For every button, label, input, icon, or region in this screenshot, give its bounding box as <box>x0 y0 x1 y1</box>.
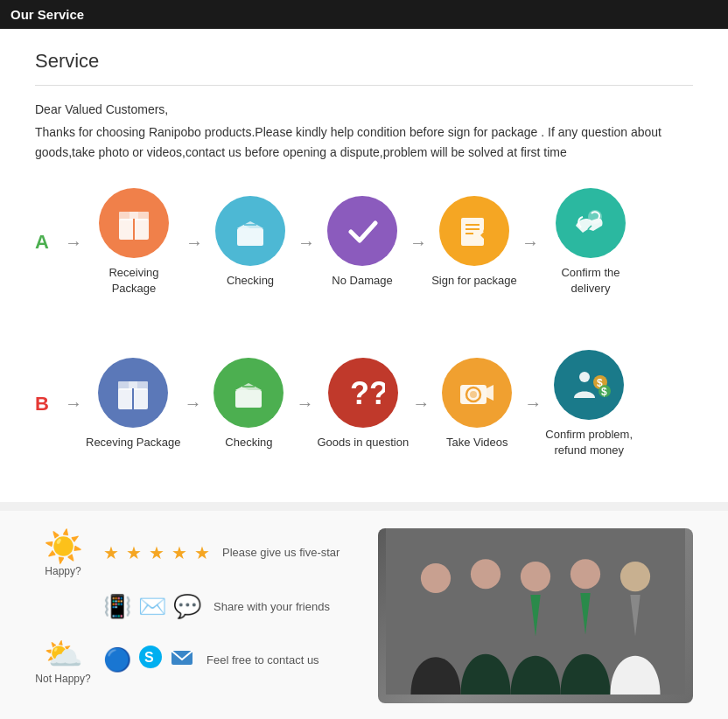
question-icon-b3: ?? <box>341 371 385 415</box>
check-icon-a3 <box>340 209 384 253</box>
header-bar: Our Service <box>0 0 728 29</box>
team-photo <box>378 528 693 703</box>
not-happy-label: Not Happy? <box>35 673 91 685</box>
label-a-2: Checking <box>227 273 274 289</box>
box-icon-b1 <box>111 371 155 415</box>
circle-a-5 <box>556 188 626 258</box>
svg-point-32 <box>521 562 550 591</box>
star-5: ★ <box>194 542 210 563</box>
star-icons: ★ ★ ★ ★ ★ <box>103 542 210 563</box>
open-box-icon-b2 <box>227 371 270 415</box>
sign-icon-a4 <box>452 209 496 253</box>
circle-b-5: $ $ <box>554 350 624 420</box>
label-a-1: Receiving Package <box>86 265 182 297</box>
camera-icon-b4 <box>455 371 499 415</box>
svg-point-21 <box>579 372 590 382</box>
email-svg <box>170 645 194 669</box>
svg-line-9 <box>484 227 486 232</box>
skype-svg: S <box>138 645 163 669</box>
circle-b-4 <box>442 358 512 428</box>
cloud-icon-wrap: ⛅ Not Happy? <box>35 636 91 685</box>
email-share-icon: ✉️ <box>138 593 166 620</box>
flow-a-step-5: Confirm the delivery <box>542 188 639 297</box>
flow-a-step-3: No Damage <box>318 196 406 289</box>
svg-point-31 <box>471 559 500 589</box>
circle-a-1 <box>99 188 169 258</box>
arrow-a-1: → <box>186 233 203 253</box>
circle-a-2 <box>215 196 285 266</box>
label-b-5: Confirm problem,refund money <box>545 427 633 458</box>
not-happy-row: ⛅ Not Happy? 🔵 S <box>35 636 352 685</box>
label-a-3: No Damage <box>332 273 392 289</box>
circle-a-4 <box>439 196 509 266</box>
share-text: Share with your friends <box>214 600 330 613</box>
sun-icon: ☀️ <box>35 528 91 565</box>
main-content: Service Dear Valued Customers, Thanks fo… <box>0 29 728 502</box>
flow-b-row: B → Receving Package → <box>35 341 693 467</box>
label-b-3: Goods in question <box>317 435 409 450</box>
svg-text:S: S <box>144 650 154 665</box>
star-2: ★ <box>126 542 142 563</box>
flow-a-label: A <box>35 231 61 254</box>
open-box-icon-a2 <box>228 209 272 253</box>
skype-icon: 🔵 <box>103 646 131 674</box>
arrow-b-3: → <box>412 394 430 414</box>
skype-s-icon: S <box>138 645 163 675</box>
flow-b-label: B <box>35 393 61 415</box>
bottom-left-content: ☀️ Happy? ★ ★ ★ ★ ★ Please give us five-… <box>35 528 352 703</box>
handshake-icon-a5 <box>569 201 612 245</box>
share-icons: 📳 ✉️ 💬 <box>103 593 201 620</box>
team-svg <box>378 528 693 695</box>
arrow-a-4: → <box>522 233 539 253</box>
email-contact-icon <box>170 645 194 675</box>
svg-marker-20 <box>486 385 494 401</box>
svg-rect-4 <box>237 228 263 246</box>
flow-rows: A → Receiving Package → <box>35 179 693 476</box>
chat-share-icon: 💬 <box>173 593 201 620</box>
sun-icon-wrap: ☀️ Happy? <box>35 528 91 577</box>
svg-rect-15 <box>235 390 262 408</box>
flow-b-step-1: Receving Package <box>86 358 180 450</box>
bottom-section: ☀️ Happy? ★ ★ ★ ★ ★ Please give us five-… <box>0 511 728 719</box>
flow-b-step-3: ?? Goods in question <box>317 358 409 450</box>
flow-b-step-5: $ $ Confirm problem,refund money <box>545 350 633 458</box>
arrow-a-start: → <box>65 233 82 253</box>
service-title: Service <box>35 50 693 73</box>
flow-b-step-4: Take Videos <box>433 358 521 450</box>
share-row: 📳 ✉️ 💬 Share with your friends <box>35 593 352 620</box>
flow-a-step-4: Sign for package <box>430 196 518 289</box>
arrow-b-1: → <box>184 394 201 414</box>
photo-placeholder <box>378 528 693 703</box>
circle-b-1 <box>98 358 168 428</box>
arrow-b-2: → <box>296 394 313 414</box>
star-4: ★ <box>172 542 187 563</box>
intro-text: Dear Valued Customers, Thanks for choosi… <box>35 100 693 162</box>
flow-a-step-1: Receiving Package <box>86 188 182 297</box>
svg-text:??: ?? <box>350 375 385 411</box>
flow-a-row: A → Receiving Package → <box>35 179 693 305</box>
circle-b-2 <box>214 358 284 428</box>
arrow-a-3: → <box>410 233 427 253</box>
five-star-text: Please give us five-star <box>222 546 340 559</box>
label-b-4: Take Videos <box>446 435 508 450</box>
box-icon-a1 <box>112 201 156 245</box>
star-1: ★ <box>103 542 119 563</box>
contact-text: Feel free to contact us <box>206 653 319 667</box>
label-a-5: Confirm the delivery <box>542 265 639 297</box>
circle-a-3 <box>327 196 397 266</box>
label-b-1: Receving Package <box>86 435 180 450</box>
svg-point-34 <box>620 562 650 591</box>
label-b-2: Checking <box>225 435 272 450</box>
money-icon-b5: $ $ <box>567 363 611 407</box>
svg-point-30 <box>421 563 451 593</box>
arrow-a-2: → <box>298 233 315 253</box>
star-3: ★ <box>149 542 164 563</box>
arrow-b-start: → <box>65 394 82 414</box>
circle-b-3: ?? <box>328 358 398 428</box>
title-divider <box>35 85 693 86</box>
svg-text:$: $ <box>601 386 607 398</box>
happy-row: ☀️ Happy? ★ ★ ★ ★ ★ Please give us five-… <box>35 528 352 577</box>
contact-icons: 🔵 S <box>103 645 194 675</box>
svg-point-19 <box>470 391 477 398</box>
intro-body: Thanks for choosing Ranipobo products.Pl… <box>35 125 662 158</box>
